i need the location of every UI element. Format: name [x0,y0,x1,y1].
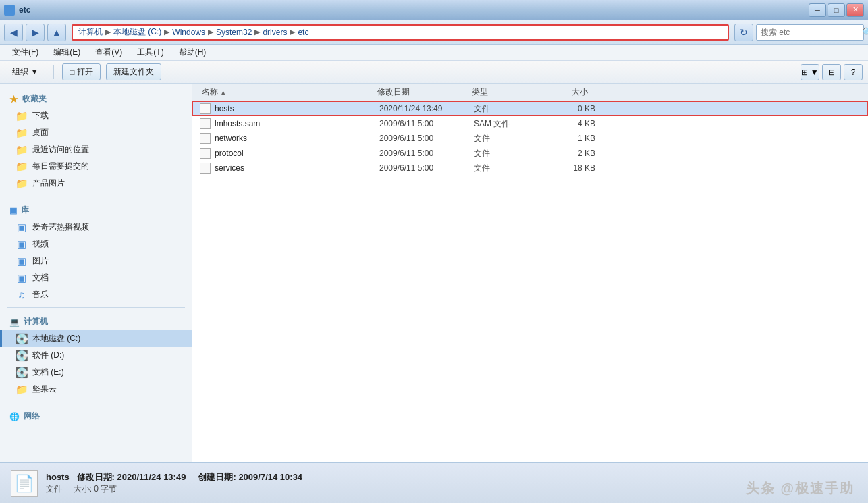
col-header-type[interactable]: 类型 [469,86,537,98]
sidebar-item-label: 图片 [32,255,49,267]
open-label: 打开 [77,66,93,78]
libraries-title: ▣ 库 [0,201,192,219]
file-size: 4 KB [541,119,595,128]
sidebar-item-c-drive[interactable]: 💽 本地磁盘 (C:) [0,330,192,347]
drive-icon: 💽 [16,334,27,344]
network-icon: 🌐 [9,412,20,421]
sidebar-item-label: 坚果云 [32,383,57,395]
col-header-name[interactable]: 名称 ▲ [199,86,375,98]
breadcrumb-computer[interactable]: 计算机 [78,26,103,38]
sidebar-item-products[interactable]: 📁 产品图片 [0,175,192,192]
search-icon[interactable]: 🔍 [862,27,868,38]
sidebar-item-label: 本地磁盘 (C:) [32,333,80,344]
sidebar-item-recent[interactable]: 📁 最近访问的位置 [0,141,192,158]
toolbar: 组织 ▼ □ 打开 新建文件夹 ⊞ ▼ ⊟ ? [0,61,868,84]
drive-icon: 💽 [16,350,27,361]
new-folder-button[interactable]: 新建文件夹 [106,63,161,80]
status-info: hosts 修改日期: 2020/11/24 13:49 创建日期: 2009/… [46,471,857,495]
sidebar-item-label: 视频 [32,238,49,250]
sidebar-item-iqiyi[interactable]: ▣ 爱奇艺热播视频 [0,219,192,236]
window-icon [4,5,15,16]
back-button[interactable]: ◀ [4,24,23,41]
sort-arrow-icon: ▲ [220,89,226,96]
refresh-button[interactable]: ↻ [734,24,753,41]
table-row[interactable]: networks 2009/6/11 5:00 文件 1 KB [192,131,868,146]
file-icon [200,103,211,114]
divider-2 [7,307,185,308]
menu-help[interactable]: 帮助(H) [172,45,213,59]
status-created: 创建日期: 2009/7/14 10:34 [198,472,302,482]
sidebar-item-label: 软件 (D:) [32,350,64,361]
folder-icon: 📁 [16,111,27,122]
lib-picture-icon: ▣ [16,256,27,267]
file-name: lmhosts.sam [215,119,379,128]
sidebar-item-music[interactable]: ♫ 音乐 [0,286,192,303]
menu-bar: 文件(F) 编辑(E) 查看(V) 工具(T) 帮助(H) [0,45,868,61]
sidebar-item-videos[interactable]: ▣ 视频 [0,236,192,253]
folder-icon: 📁 [16,144,27,155]
main-area: ★ 收藏夹 📁 下载 📁 桌面 📁 最近访问的位置 📁 每日需要提交的 📁 产品… [0,84,868,462]
lib-video-icon: ▣ [16,239,27,250]
sidebar-item-label: 下载 [32,110,49,122]
view-button-1[interactable]: ⊞ ▼ [801,64,819,80]
col-header-size[interactable]: 大小 [537,86,591,98]
status-modified: 修改日期: 2020/11/24 13:49 [77,472,186,482]
maximize-button[interactable]: □ [828,3,845,17]
sidebar-item-jianguoyun[interactable]: 📁 坚果云 [0,381,192,398]
sidebar: ★ 收藏夹 📁 下载 📁 桌面 📁 最近访问的位置 📁 每日需要提交的 📁 产品… [0,84,192,462]
table-row[interactable]: services 2009/6/11 5:00 文件 18 KB [192,161,868,176]
search-bar: 🔍 [756,24,864,41]
status-details: 文件 大小: 0 字节 [46,483,857,495]
file-size: 18 KB [541,163,595,173]
table-row[interactable]: lmhosts.sam 2009/6/11 5:00 SAM 文件 4 KB [192,116,868,131]
menu-file[interactable]: 文件(F) [5,45,45,59]
window-title: etc [19,5,30,15]
menu-tools[interactable]: 工具(T) [130,45,170,59]
sidebar-item-documents[interactable]: ▣ 文档 [0,269,192,286]
open-button[interactable]: □ 打开 [62,63,101,80]
status-file-icon: 📄 [11,470,38,497]
up-button[interactable]: ▲ [47,24,66,41]
breadcrumb-c-drive[interactable]: 本地磁盘 (C:) [113,26,161,38]
network-label: 网络 [24,411,40,422]
sidebar-item-pictures[interactable]: ▣ 图片 [0,253,192,269]
nav-bar: ◀ ▶ ▲ 计算机 ▶ 本地磁盘 (C:) ▶ Windows ▶ System… [0,20,868,45]
file-size: 0 KB [541,104,595,113]
title-bar-left: etc [4,5,30,16]
breadcrumb-drivers[interactable]: drivers [263,28,287,37]
table-row[interactable]: hosts 2020/11/24 13:49 文件 0 KB [192,101,868,116]
sidebar-item-daily[interactable]: 📁 每日需要提交的 [0,158,192,175]
sidebar-item-e-drive[interactable]: 💽 文档 (E:) [0,364,192,381]
menu-edit[interactable]: 编辑(E) [47,45,87,59]
file-name: hosts [215,104,379,113]
folder-icon: 📁 [16,178,27,189]
file-name: networks [215,134,379,143]
organize-button[interactable]: 组织 ▼ [5,64,45,80]
folder-icon: 📁 [16,161,27,172]
sidebar-item-label: 最近访问的位置 [32,144,89,155]
menu-view[interactable]: 查看(V) [88,45,129,59]
file-icon [200,163,211,174]
divider-3 [7,402,185,402]
file-name: services [215,163,379,173]
table-row[interactable]: protocol 2009/6/11 5:00 文件 2 KB [192,146,868,161]
forward-button[interactable]: ▶ [26,24,45,41]
file-date: 2009/6/11 5:00 [379,134,474,143]
computer-title: 💻 计算机 [0,312,192,330]
sidebar-item-downloads[interactable]: 📁 下载 [0,107,192,124]
close-button[interactable]: ✕ [846,3,864,17]
breadcrumb-system32[interactable]: System32 [216,28,252,37]
breadcrumb-windows[interactable]: Windows [172,28,205,37]
col-header-date[interactable]: 修改日期 [375,86,469,98]
file-type: 文件 [474,103,541,115]
minimize-button[interactable]: ─ [809,3,826,17]
file-icon [200,133,211,144]
breadcrumb-etc[interactable]: etc [298,28,308,37]
sidebar-item-desktop[interactable]: 📁 桌面 [0,124,192,141]
search-input[interactable] [761,28,862,37]
sidebar-item-d-drive[interactable]: 💽 软件 (D:) [0,347,192,364]
view-button-2[interactable]: ⊟ [822,64,841,80]
pc-icon: 💻 [9,317,20,327]
title-bar: etc ─ □ ✕ [0,0,868,20]
help-button[interactable]: ? [844,64,863,80]
